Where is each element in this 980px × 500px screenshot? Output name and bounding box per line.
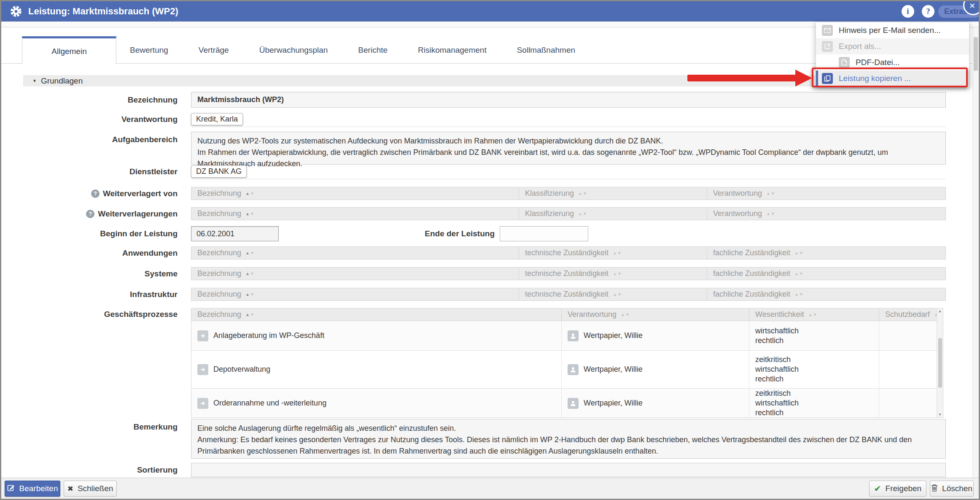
column-header-bezeichnung[interactable]: Bezeichnung ▲▼ <box>191 187 519 200</box>
tab-berichte[interactable]: Berichte <box>358 46 388 55</box>
column-header-bezeichnung[interactable]: Bezeichnung ▲▼ <box>191 308 561 321</box>
menu-item-pdf-datei[interactable]: PDF-Datei... <box>816 54 969 70</box>
loeschen-label: Löschen <box>942 484 972 493</box>
help-circle-icon[interactable]: ? <box>86 210 94 218</box>
menu-item-label: Hinweis per E-Mail senden... <box>839 26 941 35</box>
ende-input[interactable] <box>500 226 588 241</box>
schutzbedarf-cell <box>879 351 943 388</box>
column-header-bezeichnung[interactable]: Bezeichnung ▲▼ <box>191 247 519 259</box>
bemerkung-field[interactable]: Eine solche Auslagerung dürfte regelmäßi… <box>191 419 946 459</box>
column-header-technische-zustaendigkeit[interactable]: technische Zuständigkeit ▲▼ <box>519 247 707 259</box>
column-header-bezeichnung[interactable]: Bezeichnung ▲▼ <box>191 268 519 280</box>
sort-icons: ▲▼ <box>245 271 254 276</box>
column-header-schutzbedarf[interactable]: Schutzbedarf ▲▼ <box>879 308 943 321</box>
scroll-up-icon[interactable]: ▲ <box>938 309 942 313</box>
column-header-label: Verantwortung <box>713 209 762 218</box>
verantwortung-chip[interactable]: Kredit, Karla <box>191 113 243 125</box>
person-icon <box>568 398 579 409</box>
column-header-verantwortung[interactable]: Verantwortung ▲▼ <box>707 187 945 200</box>
extras-dropdown-menu: Hinweis per E-Mail senden... Export als.… <box>816 22 969 87</box>
column-header-verantwortung[interactable]: Verantwortung ▲▼ <box>707 208 945 220</box>
column-header-klassifizierung[interactable]: Klassifizierung ▲▼ <box>519 208 707 220</box>
bearbeiten-button[interactable]: Bearbeiten <box>5 481 60 497</box>
column-header-bezeichnung[interactable]: Bezeichnung ▲▼ <box>191 288 519 300</box>
menu-item-label: Leistung kopieren ... <box>839 74 911 83</box>
schliessen-button[interactable]: ✖ Schließen <box>64 481 117 497</box>
geschaeftsprozesse-table: Bezeichnung ▲▼ Verantwortung ▲▼ Wesentli… <box>191 308 943 418</box>
scrollbar-thumb[interactable] <box>974 37 978 71</box>
sort-icons: ▲▼ <box>613 292 622 297</box>
aufgabenbereich-field[interactable]: Nutzung des WP2-Tools zur systematischen… <box>191 132 946 165</box>
export-icon <box>822 41 833 52</box>
column-header-fachliche-zustaendigkeit[interactable]: fachliche Zuständigkeit ▲▼ <box>707 268 945 280</box>
tab-bewertung[interactable]: Bewertung <box>130 46 168 55</box>
bezeichnung-field[interactable]: Marktmissbrauch (WP2) <box>191 92 946 108</box>
column-header-technische-zustaendigkeit[interactable]: technische Zuständigkeit ▲▼ <box>519 288 707 300</box>
scrollbar-thumb[interactable] <box>938 338 942 388</box>
sort-icons: ▲▼ <box>245 251 254 255</box>
column-header-bezeichnung[interactable]: Bezeichnung ▲▼ <box>191 208 519 220</box>
copy-icon <box>822 73 833 84</box>
arrow-right-icon[interactable] <box>197 364 208 375</box>
row-geschaeftsprozesse: Geschäftsprozesse Bezeichnung ▲▼ Verantw… <box>1 308 969 418</box>
systeme-label: Systeme <box>1 267 178 280</box>
tab-allgemein[interactable]: Allgemein <box>22 36 116 64</box>
wesentlichkeit-cell: zeitkritisch wirtschaftlich rechtlich <box>749 351 879 388</box>
loeschen-button[interactable]: Löschen <box>930 481 974 497</box>
column-header-klassifizierung[interactable]: Klassifizierung ▲▼ <box>519 187 707 200</box>
table-row[interactable]: Depotverwaltung Wertpapier, Willie zeitk… <box>191 351 943 389</box>
section-title: Grundlagen <box>41 76 83 86</box>
row-dienstleister: Dienstleister DZ BANK AG <box>1 164 969 179</box>
column-header-label: Klassifizierung <box>525 189 574 198</box>
verantwortung-cell: Wertpapier, Willie <box>561 351 749 388</box>
geschaeftsprozesse-header: Bezeichnung ▲▼ Verantwortung ▲▼ Wesentli… <box>191 308 943 321</box>
column-header-technische-zustaendigkeit[interactable]: technische Zuständigkeit ▲▼ <box>519 268 707 280</box>
info-icon[interactable]: i <box>902 5 914 18</box>
prozess-name-cell: Orderannahme und -weiterleitung <box>191 389 561 418</box>
sort-icons: ▲▼ <box>578 191 587 196</box>
dienstleister-chip[interactable]: DZ BANK AG <box>191 165 247 178</box>
pdf-file-icon <box>839 57 850 68</box>
table-scrollbar[interactable]: ▲ ▼ <box>937 308 943 417</box>
column-header-verantwortung[interactable]: Verantwortung ▲▼ <box>561 308 749 321</box>
column-header-fachliche-zustaendigkeit[interactable]: fachliche Zuständigkeit ▲▼ <box>707 247 945 259</box>
window-scrollbar[interactable] <box>972 27 979 478</box>
menu-item-label: Export als... <box>839 42 881 51</box>
prozess-name-cell: Anlageberatung im WP-Geschäft <box>191 321 561 350</box>
freigeben-label: Freigeben <box>886 484 922 493</box>
beginn-input[interactable]: 06.02.2001 <box>191 226 279 241</box>
menu-item-leistung-kopieren[interactable]: Leistung kopieren ... <box>816 70 969 86</box>
wesentlichkeit-cell: zeitkritisch wirtschaftlich rechtlich <box>749 389 879 418</box>
tab-ueberwachungsplan[interactable]: Überwachungsplan <box>259 46 328 55</box>
tab-vertraege[interactable]: Verträge <box>199 46 229 55</box>
help-circle-icon[interactable]: ? <box>91 189 100 198</box>
table-row[interactable]: Anlageberatung im WP-Geschäft Wertpapier… <box>191 321 943 351</box>
row-verantwortung: Verantwortung Kredit, Karla <box>1 112 969 127</box>
tab-sollmassnahmen[interactable]: Sollmaßnahmen <box>517 46 575 55</box>
verantwortung-name: Wertpapier, Willie <box>584 331 643 340</box>
bezeichnung-label: Bezeichnung <box>1 92 178 108</box>
scroll-down-icon[interactable]: ▼ <box>938 413 942 416</box>
help-icon[interactable]: ? <box>922 5 934 18</box>
sort-icons: ▲▼ <box>621 312 630 317</box>
aufgabenbereich-label: Aufgabenbereich <box>1 133 178 146</box>
freigeben-button[interactable]: ✔ Freigeben <box>869 481 926 497</box>
collapse-icon: ▼ <box>32 78 37 83</box>
table-row[interactable]: Orderannahme und -weiterleitung Wertpapi… <box>191 389 943 418</box>
weiterverlagert-von-table: Bezeichnung ▲▼ Klassifizierung ▲▼ Verant… <box>191 187 946 200</box>
window-title: Leistung: Marktmissbrauch (WP2) <box>28 1 178 22</box>
infrastruktur-label: Infrastruktur <box>1 288 178 301</box>
sort-icons: ▲▼ <box>613 271 622 276</box>
sortierung-input[interactable] <box>191 463 946 477</box>
column-header-wesentlichkeit[interactable]: Wesentlichkeit ▲▼ <box>749 308 879 321</box>
arrow-right-icon[interactable] <box>197 330 208 341</box>
column-header-label: Verantwortung <box>568 310 617 319</box>
arrow-right-icon[interactable] <box>197 398 208 409</box>
column-header-fachliche-zustaendigkeit[interactable]: fachliche Zuständigkeit ▲▼ <box>707 288 945 300</box>
tab-risikomanagement[interactable]: Risikomanagement <box>418 46 487 55</box>
menu-item-hinweis-senden[interactable]: Hinweis per E-Mail senden... <box>816 22 969 38</box>
verantwortung-name: Wertpapier, Willie <box>584 399 643 408</box>
schliessen-label: Schließen <box>78 484 113 493</box>
menu-item-export-als[interactable]: Export als... <box>816 38 969 54</box>
sort-icons: ▲▼ <box>808 312 817 317</box>
